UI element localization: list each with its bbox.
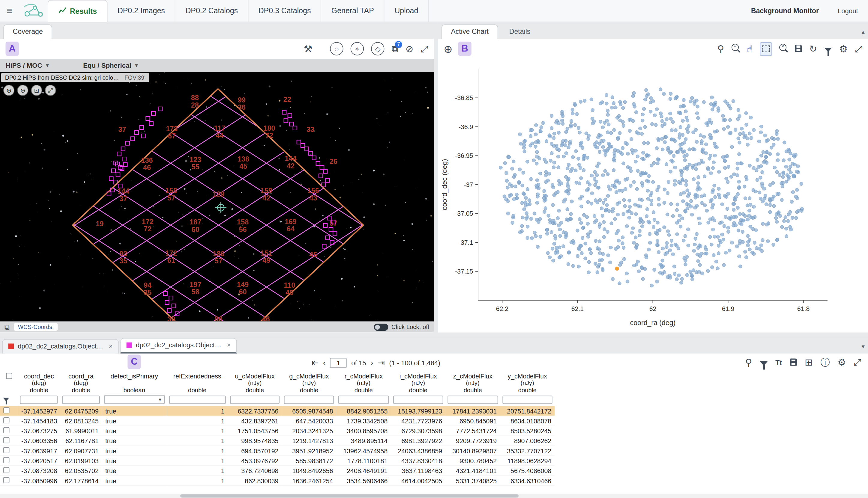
table-row[interactable]: -37.087320862.0535702true1376.7240698104… <box>0 466 554 475</box>
zoom-in-icon[interactable]: ⊕ <box>3 85 14 96</box>
row-checkbox[interactable] <box>3 447 9 453</box>
coverage-sky-map[interactable]: DP0.2 HiPS from DESC DC2 sim: gri colo… … <box>0 72 434 321</box>
table-save-icon[interactable] <box>790 358 797 367</box>
filter-input-i_cModelFlux[interactable] <box>393 395 443 404</box>
zoom-original-icon[interactable] <box>779 44 788 54</box>
filter-input-coord_dec[interactable] <box>20 395 58 404</box>
app-tab-dp0-2-catalogs[interactable]: DP0.2 Catalogs <box>176 0 248 22</box>
layers-icon[interactable]: ⧉7 <box>392 44 398 53</box>
filter-select-detect_isPrimary[interactable]: ▼ <box>104 395 164 404</box>
next-page-icon[interactable]: › <box>370 358 373 367</box>
column-header-g_cModelFlux[interactable]: g_cModelFlux(nJy)double <box>282 372 336 394</box>
text-view-icon[interactable]: Tt <box>775 359 782 366</box>
pin-icon[interactable]: ⚲ <box>717 44 724 53</box>
select-marquee-icon[interactable] <box>760 42 772 56</box>
link-off-icon[interactable]: ⊘ <box>406 44 413 53</box>
column-header-refExtendedness[interactable]: refExtendednessdouble <box>167 372 228 394</box>
row-checkbox[interactable] <box>3 417 9 423</box>
horizontal-splitter[interactable] <box>0 332 868 337</box>
collapse-chevron-icon[interactable]: ▴ <box>862 28 865 35</box>
row-checkbox[interactable] <box>3 467 9 473</box>
settings-gear-icon[interactable]: ⚙ <box>839 44 847 53</box>
click-lock-toggle[interactable] <box>374 323 388 330</box>
filter-icon[interactable] <box>824 44 832 53</box>
zoom-fit-icon[interactable]: ⊡ <box>31 85 42 96</box>
table-row[interactable]: -37.063991762.0907731true1694.0570192395… <box>0 446 554 456</box>
table-row[interactable]: -37.145297762.0475209true16322.733775665… <box>0 406 554 416</box>
background-monitor-button[interactable]: Background Monitor <box>751 7 819 15</box>
close-icon[interactable]: × <box>227 341 231 349</box>
table-expand-icon[interactable]: ⤢ <box>854 358 861 367</box>
hips-moc-dropdown[interactable]: HiPS / MOC▼ <box>5 62 50 69</box>
filter-input-r_cModelFlux[interactable] <box>339 395 389 404</box>
app-tab-general-tap[interactable]: General TAP <box>321 0 384 22</box>
pin-table-icon[interactable]: ⚲ <box>745 358 752 367</box>
column-header-coord_ra[interactable]: coord_ra(deg)double <box>60 372 102 394</box>
row-checkbox[interactable] <box>3 477 9 483</box>
select-area-icon[interactable]: ◌ <box>330 42 343 55</box>
filter-input-coord_ra[interactable] <box>62 395 100 404</box>
table-row[interactable]: -37.062051762.0199103true1453.0976792585… <box>0 456 554 466</box>
column-header-u_cModelFlux[interactable]: u_cModelFlux(nJy)double <box>228 372 282 394</box>
filter-input-u_cModelFlux[interactable] <box>230 395 280 404</box>
highlighted-point[interactable] <box>615 267 619 271</box>
add-chart-icon[interactable]: ⊕ <box>444 43 452 54</box>
row-checkbox[interactable] <box>3 427 9 433</box>
sky-map-canvas[interactable]: 8828993622371736711744180723313646123551… <box>0 72 434 321</box>
table-settings-icon[interactable]: ⚙ <box>838 358 846 367</box>
coverage-expand-icon[interactable]: ⤢ <box>421 44 428 53</box>
row-checkbox[interactable] <box>3 457 9 463</box>
zoom-out-icon[interactable]: ⊖ <box>17 85 28 96</box>
restore-icon[interactable]: ↻ <box>809 44 817 53</box>
table-tab-0[interactable]: dp02_dc2_catalogs.Object - ...× <box>2 339 118 354</box>
prev-page-icon[interactable]: ‹ <box>323 358 326 367</box>
table-filter-icon[interactable] <box>760 358 768 367</box>
column-header-i_cModelFlux[interactable]: i_cModelFlux(nJy)double <box>391 372 445 394</box>
column-header-y_cModelFlux[interactable]: y_cModelFlux(nJy)double <box>500 372 554 394</box>
filter-input-y_cModelFlux[interactable] <box>502 395 552 404</box>
recenter-icon[interactable]: ⌖ <box>350 42 364 55</box>
scatter-chart[interactable]: 62.262.16261.961.8-36.85-36.9-36.95-37-3… <box>438 59 868 332</box>
table-row[interactable]: -37.067327561.9990011true11751.054375620… <box>0 426 554 436</box>
vertical-splitter[interactable] <box>434 22 438 332</box>
tab-active-chart[interactable]: Active Chart <box>442 24 498 39</box>
column-header-detect_isPrimary[interactable]: detect_isPrimaryboolean <box>102 372 167 394</box>
filter-input-z_cModelFlux[interactable] <box>448 395 498 404</box>
select-shape-icon[interactable]: ◇ <box>371 42 384 55</box>
info-icon[interactable]: ⓘ <box>820 358 830 367</box>
app-tab-dp0-3-catalogs[interactable]: DP0.3 Catalogs <box>248 0 321 22</box>
table-row[interactable]: -37.145418362.0813245true1432.8397261647… <box>0 416 554 426</box>
table-tab-1[interactable]: dp02_dc2_catalogs.Object - ...× <box>120 338 237 354</box>
table-row[interactable]: -37.085099662.1778614true1862.8300391636… <box>0 476 554 486</box>
close-icon[interactable]: × <box>108 342 113 350</box>
app-tab-results[interactable]: Results <box>48 0 107 22</box>
column-header-z_cModelFlux[interactable]: z_cModelFlux(nJy)double <box>445 372 500 394</box>
scatter-chart-canvas[interactable]: 62.262.16261.961.8-36.85-36.9-36.95-37-3… <box>438 59 868 332</box>
pan-hand-icon[interactable]: ☝ <box>747 44 753 53</box>
filter-row-icon[interactable] <box>3 398 9 401</box>
chart-expand-icon[interactable]: ⤢ <box>855 44 862 53</box>
tab-details[interactable]: Details <box>500 24 540 39</box>
select-all-checkbox[interactable] <box>6 373 12 379</box>
tab-coverage[interactable]: Coverage <box>3 24 52 39</box>
save-icon[interactable] <box>795 44 802 53</box>
column-header-coord_dec[interactable]: coord_dec(deg)double <box>18 372 60 394</box>
column-header-r_cModelFlux[interactable]: r_cModelFlux(nJy)double <box>336 372 391 394</box>
zoom-in-icon[interactable] <box>731 44 740 54</box>
menu-hamburger-icon[interactable]: ≡ <box>0 0 19 22</box>
zoom-fill-icon[interactable]: ⤢ <box>45 85 56 96</box>
table-row[interactable]: -37.060335662.1167781true1998.9574835121… <box>0 436 554 446</box>
last-page-icon[interactable]: ⇥ <box>378 358 385 367</box>
tab-list-chevron-icon[interactable]: ▾ <box>862 343 865 350</box>
table-scroll-area[interactable]: coord_dec(deg)doublecoord_ra(deg)doubled… <box>0 372 868 498</box>
app-tab-dp0-2-images[interactable]: DP0.2 Images <box>107 0 176 22</box>
row-checkbox[interactable] <box>3 407 9 413</box>
filter-input-g_cModelFlux[interactable] <box>284 395 334 404</box>
horizontal-scrollbar[interactable] <box>0 494 868 498</box>
add-column-icon[interactable]: ⊞ <box>805 358 813 367</box>
projection-dropdown[interactable]: Equ / Spherical▼ <box>83 62 139 69</box>
open-expand-icon[interactable]: ⧉ <box>4 323 10 330</box>
row-checkbox[interactable] <box>3 437 9 443</box>
app-tab-upload[interactable]: Upload <box>384 0 429 22</box>
tools-icon[interactable]: ⚒ <box>304 44 312 53</box>
